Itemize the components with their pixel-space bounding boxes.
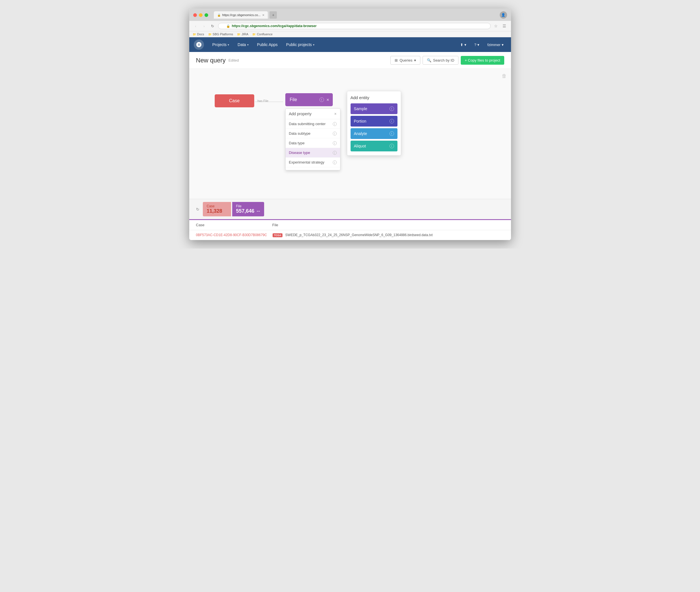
traffic-lights [193,13,208,17]
upload-nav-item[interactable]: ⬆ ▾ [457,42,469,48]
bookmark-jira[interactable]: 📁 JIRA [237,33,248,36]
add-property-close-button[interactable]: × [334,111,337,116]
property-experimental-strategy[interactable]: Experimental strategy i [286,158,340,167]
app-logo[interactable] [194,40,204,50]
browser-menu-icon[interactable]: ☰ [501,23,508,29]
nav-public-projects[interactable]: Public projects ▾ [282,41,318,49]
nav-data[interactable]: Data ▾ [234,41,253,49]
queries-button[interactable]: ⊞ Queries ▾ [390,56,420,65]
nav-projects[interactable]: Projects ▾ [208,41,233,49]
file-stat-label: File [236,204,260,208]
entity-analyte-button[interactable]: Analyte i [351,128,397,139]
entity-sample-button[interactable]: Sample i [351,103,397,114]
info-icon[interactable]: i [333,122,337,126]
file-node-info-icon[interactable]: i [319,97,324,102]
case-stat-box: Case 11,328 [203,202,231,216]
file-node[interactable]: File i ✕ [285,93,333,106]
stats-bar: ↻ Case 11,328 File 557,646 -- [189,199,511,219]
folder-icon: 📁 [208,33,212,36]
help-nav-item[interactable]: ? ▾ [471,42,482,48]
logo-icon [196,42,202,48]
user-icon: 👤 [500,11,507,19]
bookmark-label: Confluence [257,33,272,36]
browser-toolbar: ‹ › ↻ 🔒 https://cgc.sbgenomics.com/tcga/… [189,21,511,31]
forward-button[interactable]: › [201,23,207,29]
maximize-button[interactable] [204,13,208,17]
entity-info-icon[interactable]: i [390,119,394,124]
user-nav-item[interactable]: fzimmer ▾ [485,42,506,48]
info-icon[interactable]: i [333,141,337,145]
browser-titlebar: 🔒 https://cgc.sbgenomics.co... ✕ + 👤 [189,8,511,21]
tab-title: https://cgc.sbgenomics.co... [222,13,261,17]
file-stat-count: 557,646 [236,208,254,214]
chevron-down-icon: ▾ [478,43,480,47]
page-edited-label: Edited [229,58,239,62]
chevron-down-icon: ▾ [313,43,314,46]
close-button[interactable] [193,13,197,17]
info-icon[interactable]: i [333,132,337,136]
case-node[interactable]: Case [215,94,254,107]
folder-icon: 📁 [252,33,256,36]
entity-info-icon[interactable]: i [390,106,394,111]
property-list: Data submitting center i Data subtype i … [286,119,340,170]
add-property-title: Add property [289,111,312,116]
back-button[interactable]: ‹ [193,23,199,29]
search-by-id-button[interactable]: 🔍 Search by ID [422,56,458,65]
nav-public-apps[interactable]: Public Apps [253,41,282,49]
bookmark-star-icon[interactable]: ☆ [493,23,499,29]
chevron-down-icon: ▾ [228,43,229,46]
add-property-panel: Add property × Data submitting center i … [285,108,340,170]
chevron-down-icon: ▾ [414,58,416,62]
file-name-cell: SWEDE_p_TCGAb322_23_24_25_26NSP_GenomeWi… [285,233,433,237]
property-disease-type[interactable]: Disease type i [286,148,340,158]
page-actions: ⊞ Queries ▾ 🔍 Search by ID + Copy files … [390,56,504,65]
upload-icon: ⬆ [460,43,463,47]
bookmark-sbg[interactable]: 📁 SBG Platforms [208,33,233,36]
add-property-header: Add property × [286,109,340,119]
nav-items: Projects ▾ Data ▾ Public Apps Public pro… [208,41,318,49]
refresh-icon[interactable]: ↻ [196,207,199,211]
minimize-button[interactable] [199,13,203,17]
delete-icon[interactable]: 🗑 [502,73,507,79]
lock-icon: 🔒 [226,24,230,28]
case-id-cell: 0BF573AC-CD1E-42D8-90CF-B30D7B08679C [196,233,267,237]
file-node-close-icon[interactable]: ✕ [326,98,330,102]
bookmark-docs[interactable]: 📁 Docs [193,33,204,36]
main-canvas: 🗑 Case has File File i ✕ [189,69,511,240]
bookmark-label: Docs [197,33,204,36]
entity-info-icon[interactable]: i [390,144,394,148]
info-icon[interactable]: i [333,160,337,164]
reload-button[interactable]: ↻ [210,23,216,29]
entity-info-icon[interactable]: i [390,131,394,136]
address-bar[interactable]: 🔒 https://cgc.sbgenomics.com/tcga/#app/d… [218,23,491,29]
info-icon[interactable]: i [333,151,337,155]
new-tab-button[interactable]: + [269,11,277,19]
tcga-badge: TCGA [272,233,283,237]
chevron-down-icon: ▾ [464,43,466,47]
file-stat-pending: -- [257,208,260,214]
property-file-size[interactable]: File size i [286,167,340,170]
add-entity-title: Add entity [351,95,397,100]
bookmarks-bar: 📁 Docs 📁 SBG Platforms 📁 JIRA 📁 Confluen… [189,31,511,37]
copy-files-button[interactable]: + Copy files to project [461,56,504,65]
file-column-header: File [272,223,278,227]
entity-aliquot-button[interactable]: Aliquot i [351,141,397,151]
table-row: 0BF573AC-CD1E-42D8-90CF-B30D7B08679C TCG… [189,230,511,240]
page-title: New query [196,57,226,64]
active-tab[interactable]: 🔒 https://cgc.sbgenomics.co... ✕ [214,11,268,19]
url-display: https://cgc.sbgenomics.com/tcga/#app/dat… [232,24,317,28]
bookmark-confluence[interactable]: 📁 Confluence [252,33,272,36]
entity-portion-button[interactable]: Portion i [351,116,397,127]
chevron-down-icon: ▾ [502,43,504,47]
folder-icon: 📁 [237,33,240,36]
property-data-submitting-center[interactable]: Data submitting center i [286,119,340,129]
folder-icon: 📁 [193,33,196,36]
case-stat-count: 11,328 [207,208,227,214]
bookmark-label: JIRA [242,33,248,36]
case-stat-label: Case [207,204,227,208]
property-data-subtype[interactable]: Data subtype i [286,129,340,138]
tab-close-button[interactable]: ✕ [262,13,264,17]
results-section: Case File 0BF573AC-CD1E-42D8-90CF-B30D7B… [189,219,511,240]
property-data-type[interactable]: Data type i [286,138,340,148]
bookmark-label: SBG Platforms [213,33,233,36]
